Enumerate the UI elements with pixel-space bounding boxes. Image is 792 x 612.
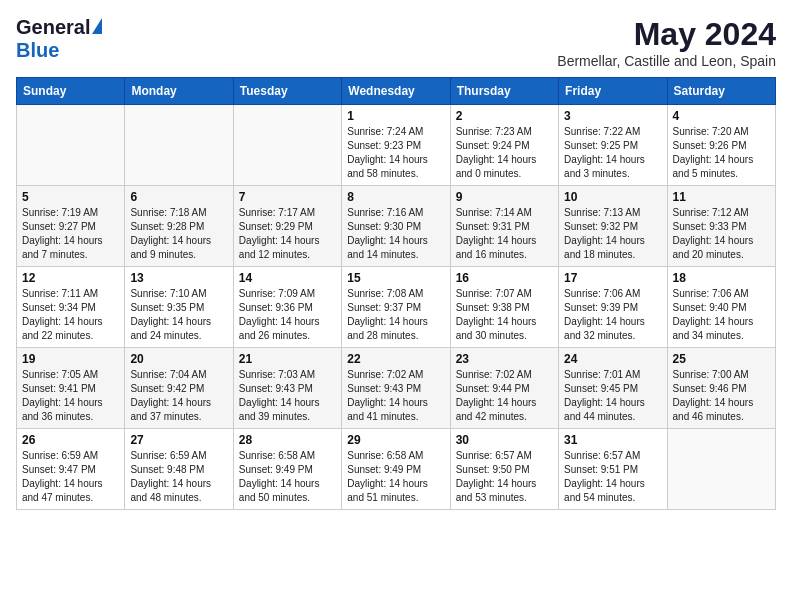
day-info: Sunrise: 6:57 AMSunset: 9:50 PMDaylight:… (456, 449, 553, 505)
day-number: 13 (130, 271, 227, 285)
logo-general: General (16, 16, 90, 39)
day-number: 25 (673, 352, 770, 366)
day-number: 17 (564, 271, 661, 285)
calendar-week-2: 5Sunrise: 7:19 AMSunset: 9:27 PMDaylight… (17, 186, 776, 267)
calendar-cell: 24Sunrise: 7:01 AMSunset: 9:45 PMDayligh… (559, 348, 667, 429)
weekday-header-sunday: Sunday (17, 78, 125, 105)
day-info: Sunrise: 7:12 AMSunset: 9:33 PMDaylight:… (673, 206, 770, 262)
day-number: 20 (130, 352, 227, 366)
calendar-cell: 12Sunrise: 7:11 AMSunset: 9:34 PMDayligh… (17, 267, 125, 348)
weekday-header-wednesday: Wednesday (342, 78, 450, 105)
calendar-week-1: 1Sunrise: 7:24 AMSunset: 9:23 PMDaylight… (17, 105, 776, 186)
day-info: Sunrise: 7:02 AMSunset: 9:43 PMDaylight:… (347, 368, 444, 424)
calendar-cell: 23Sunrise: 7:02 AMSunset: 9:44 PMDayligh… (450, 348, 558, 429)
calendar-header-row: SundayMondayTuesdayWednesdayThursdayFrid… (17, 78, 776, 105)
day-number: 19 (22, 352, 119, 366)
logo-sail-icon (92, 18, 102, 34)
day-number: 18 (673, 271, 770, 285)
calendar-cell: 3Sunrise: 7:22 AMSunset: 9:25 PMDaylight… (559, 105, 667, 186)
day-info: Sunrise: 7:19 AMSunset: 9:27 PMDaylight:… (22, 206, 119, 262)
day-number: 21 (239, 352, 336, 366)
day-info: Sunrise: 7:11 AMSunset: 9:34 PMDaylight:… (22, 287, 119, 343)
day-info: Sunrise: 7:17 AMSunset: 9:29 PMDaylight:… (239, 206, 336, 262)
day-number: 26 (22, 433, 119, 447)
day-info: Sunrise: 7:10 AMSunset: 9:35 PMDaylight:… (130, 287, 227, 343)
calendar-cell: 11Sunrise: 7:12 AMSunset: 9:33 PMDayligh… (667, 186, 775, 267)
calendar-cell: 22Sunrise: 7:02 AMSunset: 9:43 PMDayligh… (342, 348, 450, 429)
day-info: Sunrise: 7:02 AMSunset: 9:44 PMDaylight:… (456, 368, 553, 424)
day-number: 15 (347, 271, 444, 285)
page-header: General Blue May 2024 Bermellar, Castill… (16, 16, 776, 69)
calendar-cell (233, 105, 341, 186)
day-info: Sunrise: 7:00 AMSunset: 9:46 PMDaylight:… (673, 368, 770, 424)
calendar-cell: 20Sunrise: 7:04 AMSunset: 9:42 PMDayligh… (125, 348, 233, 429)
day-number: 28 (239, 433, 336, 447)
calendar-body: 1Sunrise: 7:24 AMSunset: 9:23 PMDaylight… (17, 105, 776, 510)
calendar-cell: 15Sunrise: 7:08 AMSunset: 9:37 PMDayligh… (342, 267, 450, 348)
day-info: Sunrise: 7:06 AMSunset: 9:40 PMDaylight:… (673, 287, 770, 343)
logo: General Blue (16, 16, 102, 62)
calendar-cell (17, 105, 125, 186)
calendar-cell (667, 429, 775, 510)
calendar-cell: 26Sunrise: 6:59 AMSunset: 9:47 PMDayligh… (17, 429, 125, 510)
location: Bermellar, Castille and Leon, Spain (557, 53, 776, 69)
day-info: Sunrise: 7:08 AMSunset: 9:37 PMDaylight:… (347, 287, 444, 343)
day-number: 12 (22, 271, 119, 285)
calendar-cell: 5Sunrise: 7:19 AMSunset: 9:27 PMDaylight… (17, 186, 125, 267)
calendar-cell: 21Sunrise: 7:03 AMSunset: 9:43 PMDayligh… (233, 348, 341, 429)
calendar-cell: 10Sunrise: 7:13 AMSunset: 9:32 PMDayligh… (559, 186, 667, 267)
day-info: Sunrise: 7:23 AMSunset: 9:24 PMDaylight:… (456, 125, 553, 181)
calendar-cell: 1Sunrise: 7:24 AMSunset: 9:23 PMDaylight… (342, 105, 450, 186)
day-info: Sunrise: 7:04 AMSunset: 9:42 PMDaylight:… (130, 368, 227, 424)
weekday-header-saturday: Saturday (667, 78, 775, 105)
day-number: 4 (673, 109, 770, 123)
calendar-cell: 7Sunrise: 7:17 AMSunset: 9:29 PMDaylight… (233, 186, 341, 267)
calendar-cell: 25Sunrise: 7:00 AMSunset: 9:46 PMDayligh… (667, 348, 775, 429)
day-number: 2 (456, 109, 553, 123)
day-info: Sunrise: 7:01 AMSunset: 9:45 PMDaylight:… (564, 368, 661, 424)
day-info: Sunrise: 6:59 AMSunset: 9:47 PMDaylight:… (22, 449, 119, 505)
day-number: 31 (564, 433, 661, 447)
day-info: Sunrise: 7:06 AMSunset: 9:39 PMDaylight:… (564, 287, 661, 343)
calendar-week-5: 26Sunrise: 6:59 AMSunset: 9:47 PMDayligh… (17, 429, 776, 510)
calendar-cell: 27Sunrise: 6:59 AMSunset: 9:48 PMDayligh… (125, 429, 233, 510)
day-info: Sunrise: 7:22 AMSunset: 9:25 PMDaylight:… (564, 125, 661, 181)
day-info: Sunrise: 7:24 AMSunset: 9:23 PMDaylight:… (347, 125, 444, 181)
weekday-header-monday: Monday (125, 78, 233, 105)
day-number: 8 (347, 190, 444, 204)
calendar-cell: 9Sunrise: 7:14 AMSunset: 9:31 PMDaylight… (450, 186, 558, 267)
day-number: 9 (456, 190, 553, 204)
day-number: 7 (239, 190, 336, 204)
day-info: Sunrise: 7:20 AMSunset: 9:26 PMDaylight:… (673, 125, 770, 181)
day-number: 5 (22, 190, 119, 204)
calendar-cell: 19Sunrise: 7:05 AMSunset: 9:41 PMDayligh… (17, 348, 125, 429)
day-info: Sunrise: 6:58 AMSunset: 9:49 PMDaylight:… (347, 449, 444, 505)
day-info: Sunrise: 7:07 AMSunset: 9:38 PMDaylight:… (456, 287, 553, 343)
day-info: Sunrise: 7:18 AMSunset: 9:28 PMDaylight:… (130, 206, 227, 262)
calendar-table: SundayMondayTuesdayWednesdayThursdayFrid… (16, 77, 776, 510)
day-info: Sunrise: 7:03 AMSunset: 9:43 PMDaylight:… (239, 368, 336, 424)
day-info: Sunrise: 6:58 AMSunset: 9:49 PMDaylight:… (239, 449, 336, 505)
day-number: 6 (130, 190, 227, 204)
day-number: 14 (239, 271, 336, 285)
day-number: 11 (673, 190, 770, 204)
calendar-week-4: 19Sunrise: 7:05 AMSunset: 9:41 PMDayligh… (17, 348, 776, 429)
day-number: 23 (456, 352, 553, 366)
day-number: 10 (564, 190, 661, 204)
calendar-week-3: 12Sunrise: 7:11 AMSunset: 9:34 PMDayligh… (17, 267, 776, 348)
calendar-cell: 4Sunrise: 7:20 AMSunset: 9:26 PMDaylight… (667, 105, 775, 186)
day-info: Sunrise: 7:09 AMSunset: 9:36 PMDaylight:… (239, 287, 336, 343)
month-year: May 2024 (557, 16, 776, 53)
calendar-cell: 6Sunrise: 7:18 AMSunset: 9:28 PMDaylight… (125, 186, 233, 267)
day-info: Sunrise: 6:59 AMSunset: 9:48 PMDaylight:… (130, 449, 227, 505)
day-info: Sunrise: 7:14 AMSunset: 9:31 PMDaylight:… (456, 206, 553, 262)
day-info: Sunrise: 6:57 AMSunset: 9:51 PMDaylight:… (564, 449, 661, 505)
calendar-cell: 31Sunrise: 6:57 AMSunset: 9:51 PMDayligh… (559, 429, 667, 510)
calendar-cell: 16Sunrise: 7:07 AMSunset: 9:38 PMDayligh… (450, 267, 558, 348)
calendar-cell: 17Sunrise: 7:06 AMSunset: 9:39 PMDayligh… (559, 267, 667, 348)
day-info: Sunrise: 7:16 AMSunset: 9:30 PMDaylight:… (347, 206, 444, 262)
weekday-header-thursday: Thursday (450, 78, 558, 105)
calendar-cell: 18Sunrise: 7:06 AMSunset: 9:40 PMDayligh… (667, 267, 775, 348)
title-block: May 2024 Bermellar, Castille and Leon, S… (557, 16, 776, 69)
day-number: 30 (456, 433, 553, 447)
